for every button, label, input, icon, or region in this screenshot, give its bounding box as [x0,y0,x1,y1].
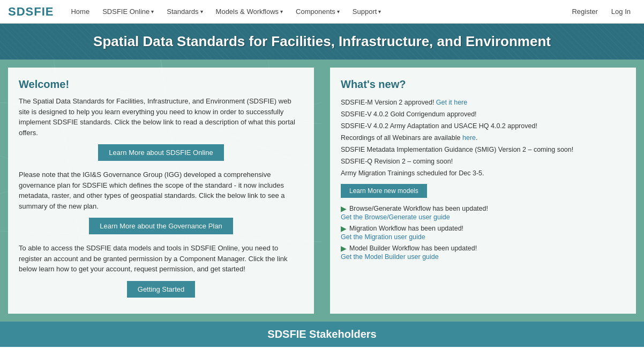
news-item-4: Recordings of all Webinars are available… [341,132,625,143]
migration-guide-link[interactable]: Get the Migration user guide [341,233,425,241]
nav-models-workflows[interactable]: Models & Workflows▾ [209,0,290,24]
news-item-3: SDSFIE-V 4.0.2 Army Adaptation and USACE… [341,121,625,131]
browse-generate-arrow-icon: ▶ [341,204,347,213]
hero-banner: Spatial Data Standards for Facilities, I… [0,24,644,60]
site-logo[interactable]: SDSFIE [8,5,54,19]
stakeholders-heading: SDSFIE Stakeholders [6,328,638,340]
browse-generate-updated-text: Browse/Generate Workflow has been update… [349,205,488,212]
nav-sdsfie-online[interactable]: SDSFIE Online▾ [96,0,160,24]
hero-title: Spatial Data Standards for Facilities, I… [10,33,634,50]
nav-support[interactable]: Support▾ [346,0,388,24]
nav-links: Home SDSFIE Online▾ Standards▾ Models & … [64,0,566,24]
welcome-heading: Welcome! [19,78,303,91]
getting-started-button[interactable]: Getting Started [127,281,195,298]
main-content: Springfield Beckley NOSC Columbus Dawson… [0,60,644,322]
model-builder-arrow-icon: ▶ [341,244,347,253]
news-item-5: SDSFIE Metadata Implementation Guidance … [341,144,625,155]
news-item-2: SDSFIE-V 4.0.2 Gold Corrigendum approved… [341,109,625,120]
whats-new-panel: What's new? SDSFIE-M Version 2 approved!… [330,68,636,314]
login-link[interactable]: Log In [606,5,636,18]
nav-home[interactable]: Home [64,0,96,24]
webinars-here-link[interactable]: here [462,134,476,142]
access-text: To able to access the SDSFIE data models… [19,243,303,275]
get-it-here-link[interactable]: Get it here [436,99,467,106]
workflow-migration: ▶ Migration Workflow has been updated! G… [341,224,625,241]
migration-arrow-icon: ▶ [341,224,347,233]
governance-plan-button[interactable]: Learn More about the Governance Plan [89,218,233,234]
welcome-intro: The Spatial Data Standards for Facilitie… [19,96,303,138]
model-builder-updated-text: Model Builder Workflow has been updated! [349,245,477,252]
model-builder-guide-link[interactable]: Get the Model Builder user guide [341,253,439,261]
news-item-6: SDSFIE-Q Revision 2 – coming soon! [341,156,625,167]
learn-more-sdsfie-button[interactable]: Learn More about SDSFIE Online [98,144,223,161]
learn-more-models-button[interactable]: Learn More new models [341,184,427,198]
register-link[interactable]: Register [566,5,603,18]
nav-standards[interactable]: Standards▾ [160,0,209,24]
news-item-1: SDSFIE-M Version 2 approved! Get it here [341,97,625,108]
stakeholders-section: SDSFIE Stakeholders [0,322,644,347]
nav-components[interactable]: Components▾ [289,0,346,24]
governance-text: Please note that the IGI&S Governance Gr… [19,169,303,211]
workflow-model-builder: ▶ Model Builder Workflow has been update… [341,244,625,261]
welcome-panel: Welcome! The Spatial Data Standards for … [8,68,314,314]
migration-updated-text: Migration Workflow has been updated! [349,225,463,232]
workflow-browse-generate: ▶ Browse/Generate Workflow has been upda… [341,204,625,221]
news-item-7: Army Migration Trainings scheduled for D… [341,168,625,179]
browse-generate-guide-link[interactable]: Get the Browse/Generate user guide [341,213,450,221]
workflows-section: ▶ Browse/Generate Workflow has been upda… [341,204,625,261]
whats-new-heading: What's new? [341,78,625,91]
nav-auth: Register Log In [566,5,636,18]
navbar: SDSFIE Home SDSFIE Online▾ Standards▾ Mo… [0,0,644,24]
